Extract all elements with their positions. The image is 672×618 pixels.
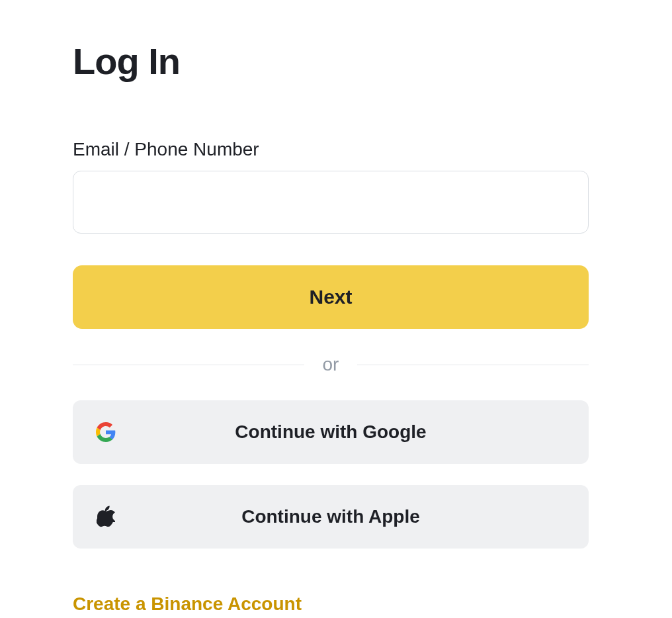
divider-line-right [357,365,589,365]
apple-button-label: Continue with Apple [241,506,420,527]
continue-apple-button[interactable]: Continue with Apple [73,485,589,549]
email-label: Email / Phone Number [73,139,589,160]
email-input[interactable] [73,171,589,234]
google-button-label: Continue with Google [235,421,426,443]
google-icon [95,421,116,443]
divider-line-left [73,365,304,365]
divider-text: or [304,354,358,375]
create-account-link[interactable]: Create a Binance Account [73,594,302,615]
continue-google-button[interactable]: Continue with Google [73,400,589,464]
page-title: Log In [73,40,589,83]
divider: or [73,354,589,375]
login-container: Log In Email / Phone Number Next or Cont… [0,0,661,615]
next-button[interactable]: Next [73,265,589,329]
apple-icon [95,506,116,527]
